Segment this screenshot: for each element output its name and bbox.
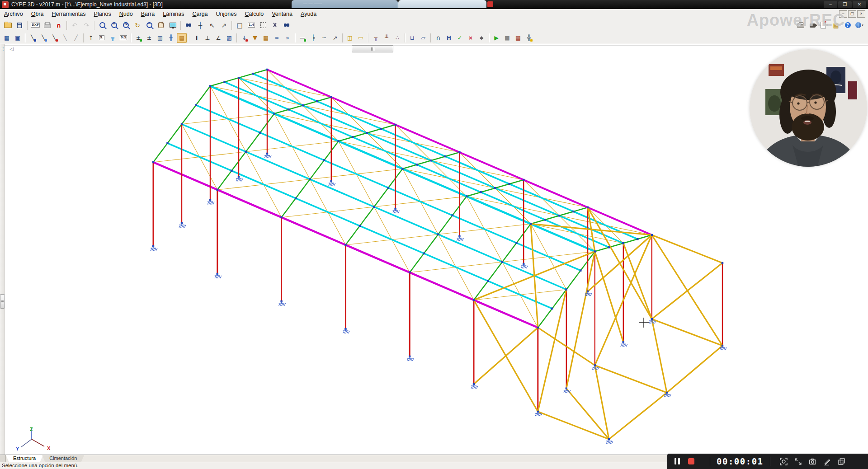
close-button[interactable]: ✕	[853, 1, 866, 8]
move-view-icon[interactable]: ┼	[195, 20, 206, 31]
base-plates-icon[interactable]: ▱	[418, 33, 428, 43]
fix-interior-icon[interactable]: ±	[133, 33, 143, 43]
zoom-out-icon[interactable]: −	[144, 20, 155, 31]
arc-tool-icon[interactable]: ∩	[433, 33, 443, 43]
dimensions-icon[interactable]: 1.4	[246, 20, 257, 31]
node-labels-icon[interactable]: 9.	[97, 33, 107, 43]
axis-gizmo: ZYX	[14, 425, 57, 456]
cut-scissors-icon[interactable]	[269, 20, 280, 31]
load-mobile-icon[interactable]: »	[283, 33, 292, 43]
zoom-window-icon[interactable]	[97, 20, 108, 31]
color-grid-icon[interactable]: ╬	[524, 33, 534, 43]
describe-profile-icon[interactable]: I	[192, 33, 202, 43]
menu-archivo[interactable]: Archivo	[0, 9, 27, 19]
save-file-icon[interactable]	[14, 20, 25, 31]
union-top-icon[interactable]: ╥	[371, 33, 381, 43]
redo-icon[interactable]: ↷	[81, 20, 92, 31]
tie-rod-icon[interactable]: ┄	[319, 33, 329, 43]
restore-button[interactable]: ❒	[838, 1, 852, 8]
full-screen-icon[interactable]	[167, 20, 178, 31]
pin-node-icon[interactable]: ↑	[86, 33, 96, 43]
pause-button[interactable]	[675, 458, 680, 464]
foundation-icon[interactable]: ⊔	[407, 33, 417, 43]
selection-box-icon[interactable]	[258, 20, 269, 31]
screenshot-camera-icon[interactable]	[808, 456, 818, 466]
menu-planos[interactable]: Planos	[90, 9, 115, 19]
structure-3d-wireframe[interactable]	[0, 44, 868, 455]
search-binoculars-icon[interactable]	[281, 20, 292, 31]
section-plate-icon[interactable]: ▭	[356, 33, 366, 43]
red-magnet-icon[interactable]: ∩	[53, 20, 64, 31]
menu-obra[interactable]: Obra	[27, 9, 48, 19]
union-base-icon[interactable]: ╨	[382, 33, 392, 43]
annotate-pen-icon[interactable]	[822, 456, 832, 466]
zoom-percent-icon[interactable]: %	[120, 20, 131, 31]
buckling-icon[interactable]: ╫	[166, 33, 176, 43]
report-sheet-icon[interactable]: ▤	[513, 33, 523, 43]
divide-bar-icon[interactable]: ╲	[60, 33, 70, 43]
load-surface-icon[interactable]: ▦	[261, 33, 271, 43]
menu-nudo[interactable]: Nudo	[115, 9, 137, 19]
back-arrow-icon[interactable]: ◁	[9, 46, 13, 52]
tab-cimentacion[interactable]: Cimentación	[42, 455, 84, 462]
material-icon[interactable]: ▨	[224, 33, 234, 43]
new-bar-icon[interactable]: ╲	[28, 33, 38, 43]
menu-barra[interactable]: Barra	[137, 9, 159, 19]
menu-calculo[interactable]: Cálculo	[241, 9, 268, 19]
describe-disposition-icon[interactable]: ▤	[177, 33, 187, 43]
load-strip-icon[interactable]: ≈	[272, 33, 282, 43]
windows-layers-icon[interactable]	[837, 456, 847, 466]
redraw-icon[interactable]: ↻	[132, 20, 143, 31]
options-star-icon[interactable]: ∗	[476, 33, 486, 43]
ortho-window-icon[interactable]: □	[234, 20, 245, 31]
pan-hand-icon[interactable]	[156, 20, 166, 31]
menu-ventana[interactable]: Ventana	[268, 9, 297, 19]
tab-estructura[interactable]: Estructura	[6, 455, 43, 462]
model-viewport[interactable]: ⊹ ◁ ZYX	[0, 44, 868, 455]
menu-herramientas[interactable]: Herramientas	[48, 9, 90, 19]
collapse-icon[interactable]	[793, 456, 803, 466]
join-bar-icon[interactable]: ╱	[71, 33, 81, 43]
stiffener-icon[interactable]: ╞	[308, 33, 318, 43]
measure-line-icon[interactable]: ↗	[218, 20, 229, 31]
menu-carga[interactable]: Carga	[188, 9, 212, 19]
find-binoculars-icon[interactable]	[183, 20, 194, 31]
hinge-icon[interactable]: —	[297, 33, 307, 43]
load-line-icon[interactable]: ▼	[250, 33, 260, 43]
panel-grid-icon[interactable]: ▥	[155, 33, 165, 43]
new-bar-node-icon[interactable]: ╲	[38, 33, 48, 43]
h-profile-icon[interactable]: H	[444, 33, 454, 43]
calculate-x-icon[interactable]: ×	[466, 33, 476, 43]
layers-window-icon[interactable]: ▣	[13, 33, 23, 43]
stop-button[interactable]	[688, 458, 694, 464]
union-bolts-icon[interactable]: ∴	[392, 33, 402, 43]
mdi-close-button[interactable]: ×	[857, 10, 865, 18]
check-ok-icon[interactable]: ✓	[455, 33, 465, 43]
zoom-extents-icon[interactable]: +	[108, 20, 119, 31]
rotate-profile-icon[interactable]: ∠	[213, 33, 223, 43]
open-file-icon[interactable]	[2, 20, 13, 31]
undo-icon[interactable]: ↶	[69, 20, 80, 31]
load-point-icon[interactable]: ↓	[239, 33, 249, 43]
svg-text:X: X	[47, 446, 51, 451]
select-cursor-icon[interactable]: ↖	[207, 20, 217, 31]
section-sheet-icon[interactable]: ◫	[345, 33, 355, 43]
menu-ayuda[interactable]: Ayuda	[297, 9, 321, 19]
profile-base-icon[interactable]: ⊥	[203, 33, 212, 43]
web-globe-icon[interactable]: ▾	[854, 20, 865, 31]
node-bind-icon[interactable]: ╦	[108, 33, 118, 43]
record-region-icon[interactable]	[779, 456, 789, 466]
mdi-restore-button[interactable]: ▢	[848, 10, 856, 18]
local-axes-icon[interactable]: ↗	[330, 33, 340, 43]
delete-bar-icon[interactable]: ╲	[49, 33, 59, 43]
menu-uniones[interactable]: Uniones	[212, 9, 241, 19]
menu-laminas[interactable]: Láminas	[159, 9, 188, 19]
import-dxf-icon[interactable]: DXF	[30, 20, 41, 31]
fix-exterior-icon[interactable]: ±	[144, 33, 154, 43]
node-ratio-icon[interactable]: 9:5	[118, 33, 128, 43]
top-view-icon[interactable]: ▦	[2, 33, 12, 43]
print-icon[interactable]	[42, 20, 52, 31]
minimize-button[interactable]: –	[824, 1, 837, 8]
stop-gray-icon[interactable]: ■	[502, 33, 512, 43]
play-green-icon[interactable]: ▶	[491, 33, 501, 43]
